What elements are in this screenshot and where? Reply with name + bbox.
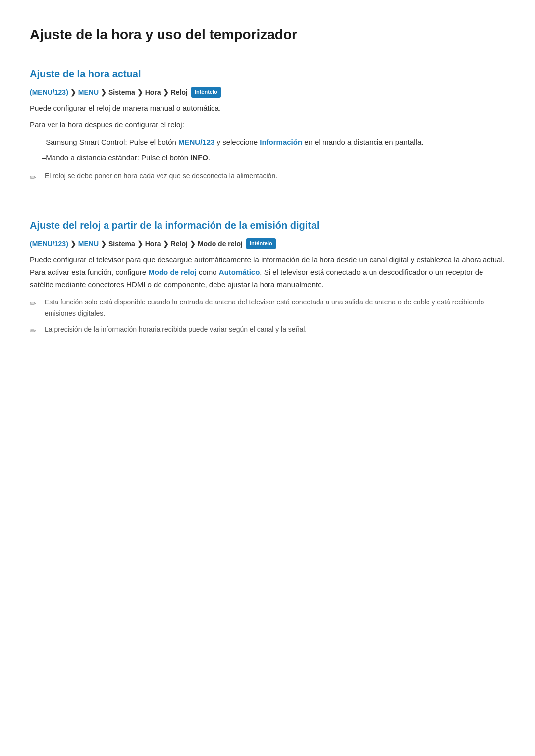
section1-try-it-badge[interactable]: Inténtelo — [191, 87, 221, 98]
breadcrumb-part4: Hora — [145, 87, 161, 98]
section2-bold2: Automático — [219, 268, 260, 276]
section2-title: Ajuste del reloj a partir de la informac… — [30, 217, 505, 233]
breadcrumb2-sep5: ❯ — [190, 238, 196, 249]
breadcrumb2-part5: Reloj — [171, 238, 188, 249]
section1-body2: Para ver la hora después de configurar e… — [30, 119, 505, 131]
section2-breadcrumb: (MENU/123) ❯ MENU ❯ Sistema ❯ Hora ❯ Rel… — [30, 238, 505, 249]
section-divider — [30, 202, 505, 202]
section1-notes: ✏ El reloj se debe poner en hora cada ve… — [30, 170, 505, 184]
breadcrumb2-sep2: ❯ — [101, 238, 107, 249]
breadcrumb2-part6: Modo de reloj — [198, 238, 243, 249]
breadcrumb2-part3: Sistema — [108, 238, 135, 249]
breadcrumb2-sep3: ❯ — [137, 238, 143, 249]
pencil-icon: ✏ — [30, 298, 41, 310]
note3-text: La precisión de la información horaria r… — [45, 324, 307, 335]
section1-title: Ajuste de la hora actual — [30, 66, 505, 82]
list-item: – Samsung Smart Control: Pulse el botón … — [30, 136, 505, 149]
section2-body1: Puede configurar el televisor para que d… — [30, 254, 505, 291]
section1-breadcrumb: (MENU/123) ❯ MENU ❯ Sistema ❯ Hora ❯ Rel… — [30, 87, 505, 98]
section-reloj-emision-digital: Ajuste del reloj a partir de la informac… — [30, 217, 505, 338]
bullet1-text: Samsung Smart Control: Pulse el botón ME… — [46, 136, 423, 149]
section2-bold1: Modo de reloj — [148, 268, 197, 276]
breadcrumb2-part2: MENU — [78, 238, 99, 249]
breadcrumb-sep2: ❯ — [101, 87, 107, 98]
section1-body1: Puede configurar el reloj de manera manu… — [30, 102, 505, 115]
pencil-icon: ✏ — [30, 171, 41, 184]
breadcrumb-part3: Sistema — [108, 87, 135, 98]
breadcrumb-part1: (MENU/123) — [30, 87, 68, 98]
pencil-icon: ✏ — [30, 325, 41, 338]
note-item: ✏ Esta función solo está disponible cuan… — [30, 297, 505, 319]
breadcrumb-sep4: ❯ — [163, 87, 169, 98]
breadcrumb2-part4: Hora — [145, 238, 161, 249]
dash-icon: – — [30, 136, 46, 149]
dash-icon: – — [30, 152, 46, 164]
breadcrumb-part2: MENU — [78, 87, 99, 98]
bullet2-bold1: INFO — [190, 153, 208, 162]
bullet1-bold2: Información — [260, 138, 302, 146]
list-item: – Mando a distancia estándar: Pulse el b… — [30, 152, 505, 164]
breadcrumb2-sep1: ❯ — [70, 238, 76, 249]
note-item: ✏ El reloj se debe poner en hora cada ve… — [30, 170, 505, 184]
section2-try-it-badge[interactable]: Inténtelo — [246, 238, 276, 249]
section1-bullets: – Samsung Smart Control: Pulse el botón … — [30, 136, 505, 165]
section2-notes: ✏ Esta función solo está disponible cuan… — [30, 297, 505, 337]
section-hora-actual: Ajuste de la hora actual (MENU/123) ❯ ME… — [30, 66, 505, 184]
breadcrumb2-sep4: ❯ — [163, 238, 169, 249]
breadcrumb-sep3: ❯ — [137, 87, 143, 98]
bullet2-text: Mando a distancia estándar: Pulse el bot… — [46, 152, 210, 164]
main-title: Ajuste de la hora y uso del temporizador — [30, 24, 505, 46]
breadcrumb-sep1: ❯ — [70, 87, 76, 98]
note1-text: El reloj se debe poner en hora cada vez … — [45, 170, 277, 181]
note-item: ✏ La precisión de la información horaria… — [30, 324, 505, 338]
bullet1-bold1: MENU/123 — [178, 138, 214, 146]
breadcrumb-part5: Reloj — [171, 87, 188, 98]
note2-text: Esta función solo está disponible cuando… — [45, 297, 505, 319]
breadcrumb2-part1: (MENU/123) — [30, 238, 68, 249]
